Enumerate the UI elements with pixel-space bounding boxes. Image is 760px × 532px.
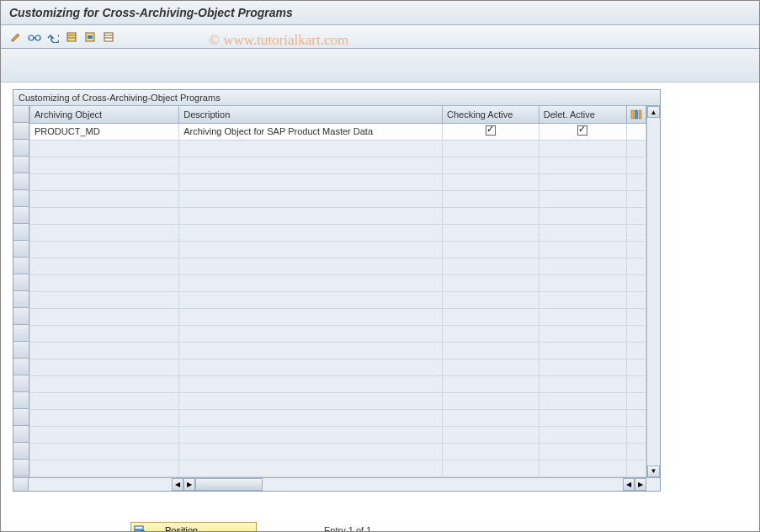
- position-button-label: Position...: [148, 525, 256, 533]
- position-button[interactable]: Position...: [130, 522, 257, 533]
- table-row[interactable]: [30, 359, 646, 375]
- table-row[interactable]: [30, 308, 646, 325]
- row-selector[interactable]: [13, 157, 29, 173]
- table-row[interactable]: [30, 460, 646, 476]
- table-row[interactable]: [30, 157, 646, 173]
- undo-icon[interactable]: [45, 29, 61, 45]
- svg-rect-13: [639, 110, 641, 119]
- row-selector[interactable]: [13, 375, 29, 392]
- row-selector[interactable]: [13, 241, 29, 258]
- cell-spacer: [627, 123, 646, 140]
- table-row[interactable]: [30, 409, 646, 426]
- checkbox-icon[interactable]: [486, 125, 496, 136]
- scroll-up-icon[interactable]: ▲: [647, 106, 660, 118]
- table-title: Customizing of Cross-Archiving-Object Pr…: [13, 90, 660, 106]
- table-row[interactable]: [30, 426, 646, 443]
- svg-rect-11: [631, 110, 634, 119]
- scroll-down-icon[interactable]: ▼: [647, 466, 660, 477]
- table-row[interactable]: [30, 443, 646, 460]
- application-toolbar: [1, 25, 759, 49]
- scroll-right-icon[interactable]: ▶: [183, 478, 195, 491]
- scroll-right2-icon[interactable]: ▶: [635, 478, 646, 491]
- select-block-icon[interactable]: [82, 29, 98, 45]
- table-row[interactable]: [30, 325, 646, 342]
- svg-point-1: [35, 35, 40, 40]
- row-selector[interactable]: [13, 258, 29, 274]
- row-selector[interactable]: [13, 190, 29, 207]
- row-selector[interactable]: [13, 291, 29, 308]
- table-row[interactable]: [30, 207, 646, 224]
- cell-checking-active[interactable]: [443, 123, 539, 140]
- svg-point-0: [29, 35, 34, 40]
- cell-delet-active[interactable]: [539, 123, 626, 140]
- row-selector[interactable]: [13, 173, 29, 190]
- table-row[interactable]: [30, 392, 646, 409]
- row-selector[interactable]: [13, 392, 29, 409]
- table-row[interactable]: [30, 140, 646, 157]
- row-selector[interactable]: [13, 342, 29, 359]
- checkbox-icon[interactable]: [577, 125, 587, 136]
- table-row[interactable]: [30, 190, 646, 207]
- table-panel: Customizing of Cross-Archiving-Object Pr…: [13, 89, 661, 492]
- table-config-button[interactable]: [627, 106, 646, 123]
- header-spacer: [1, 49, 759, 82]
- row-selector[interactable]: [13, 325, 29, 342]
- svg-rect-7: [88, 35, 93, 39]
- cell-description: Archiving Object for SAP Product Master …: [179, 123, 443, 140]
- col-checking-active[interactable]: Checking Active: [443, 106, 539, 123]
- col-delet-active[interactable]: Delet. Active: [539, 106, 626, 123]
- row-selector-header[interactable]: [13, 106, 29, 123]
- row-selector[interactable]: [13, 123, 29, 140]
- data-table: Archiving Object Description Checking Ac…: [29, 106, 646, 477]
- row-selector[interactable]: [13, 274, 29, 291]
- col-archiving-object[interactable]: Archiving Object: [30, 106, 179, 123]
- scroll-thumb[interactable]: [195, 478, 263, 491]
- scroll-left-icon[interactable]: ◀: [172, 478, 183, 491]
- table-row[interactable]: [30, 342, 646, 359]
- table-row[interactable]: PRODUCT_MDArchiving Object for SAP Produ…: [30, 123, 646, 140]
- scroll-left2-icon[interactable]: ◀: [623, 478, 635, 491]
- change-icon[interactable]: [8, 29, 24, 45]
- table-row[interactable]: [30, 274, 646, 291]
- table-row[interactable]: [30, 375, 646, 392]
- svg-rect-8: [104, 33, 113, 41]
- row-selector[interactable]: [13, 426, 29, 443]
- table-row[interactable]: [30, 258, 646, 274]
- row-selector[interactable]: [13, 460, 29, 476]
- svg-rect-3: [67, 33, 76, 41]
- row-selector[interactable]: [13, 140, 29, 157]
- table-row[interactable]: [30, 173, 646, 190]
- row-selector[interactable]: [13, 409, 29, 426]
- table-row[interactable]: [30, 224, 646, 241]
- glasses-icon[interactable]: [26, 29, 43, 45]
- position-icon: [131, 524, 148, 533]
- row-selector[interactable]: [13, 224, 29, 241]
- row-selector[interactable]: [13, 308, 29, 325]
- table-row[interactable]: [30, 241, 646, 258]
- row-selector[interactable]: [13, 207, 29, 224]
- deselect-icon[interactable]: [100, 29, 117, 45]
- row-selector[interactable]: [13, 443, 29, 460]
- window-title: Customizing for Cross-Archiving-Object P…: [1, 1, 759, 25]
- vertical-scrollbar[interactable]: ▲ ▼: [646, 106, 660, 477]
- table-row[interactable]: [30, 291, 646, 308]
- entry-counter: Entry 1 of 1: [324, 525, 371, 533]
- horizontal-scrollbar[interactable]: ◀ ▶ ◀ ▶: [13, 477, 660, 491]
- svg-rect-12: [635, 110, 638, 119]
- select-all-icon[interactable]: [63, 29, 80, 45]
- col-description[interactable]: Description: [179, 106, 443, 123]
- cell-archiving-object[interactable]: PRODUCT_MD: [30, 123, 179, 140]
- row-selector[interactable]: [13, 359, 29, 375]
